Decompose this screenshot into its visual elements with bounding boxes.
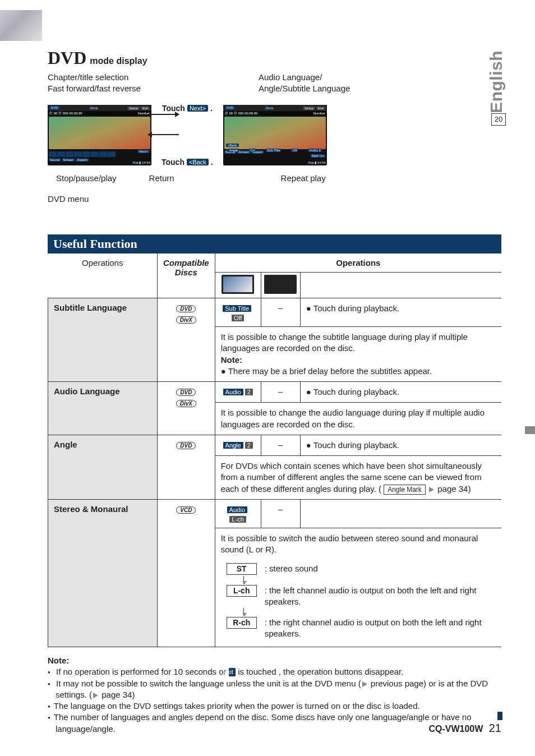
operations-table: Operations Compatible Discs Operations S… <box>48 253 501 647</box>
exit-pill[interactable]: Exit <box>229 668 236 676</box>
flow-st-desc: : stereo sound <box>265 563 318 574</box>
period-2: . <box>211 158 213 167</box>
section-useful-function: Useful Function <box>48 234 501 253</box>
note2c: page 34) <box>99 690 135 699</box>
row-stereo-name: Stereo & Monaural <box>48 499 158 647</box>
arrow-icon-2 <box>362 681 367 687</box>
stereo-remote: – <box>261 499 300 528</box>
th-operations-left: Operations <box>48 253 158 298</box>
title-mode: mode display <box>90 56 147 66</box>
stereo-body: It is possible to switch the audio betwe… <box>221 533 478 554</box>
chip-subtitle[interactable]: Sub Title <box>223 305 251 312</box>
callout-dvd-menu: DVD menu <box>48 194 501 204</box>
callout-stop: Stop/pause/play <box>56 173 117 183</box>
touchscreen-icon <box>222 275 254 294</box>
chip-subtitle-val: Off <box>232 315 244 321</box>
chip-stereo-val: L-ch <box>229 516 246 523</box>
chip-stereo[interactable]: Audio <box>227 506 247 513</box>
side-page-box: 20 <box>491 113 506 126</box>
audio-remote: – <box>261 382 300 403</box>
subtitle-bullet: Touch during playback. <box>313 303 399 313</box>
arrow-icon <box>429 487 434 492</box>
callout-return: Return <box>149 173 174 183</box>
touch-label-2: Touch <box>162 158 185 167</box>
chip-audio-val: 2 <box>245 389 253 395</box>
angle-remote: – <box>261 435 300 455</box>
next-button-pill[interactable]: Next> <box>187 105 208 112</box>
arrows-block: Touch Next> . Touch <Back . <box>162 104 213 167</box>
label-angle-subtitle: Angle/Subtitle Language <box>259 83 350 94</box>
notes-heading: Note: <box>48 655 501 666</box>
footer-accent <box>497 712 502 720</box>
row-audio-name: Audio Language <box>48 382 158 435</box>
subtitle-note-label: Note: <box>221 355 242 365</box>
dvd-screen-right: DVDJavaSetup Exit ⏱ 00 ⏱ 000 00:00:00 Nu… <box>223 105 327 165</box>
period-1: . <box>210 104 213 113</box>
flow-l-desc: : the left channel audio is output on bo… <box>265 585 490 607</box>
th-compatible-discs: Compatible Discs <box>158 253 215 298</box>
subtitle-body: It is possible to change the subtitle la… <box>221 332 468 353</box>
decor-photo <box>0 10 42 41</box>
label-chapter-title: Chapter/title selection <box>48 72 141 83</box>
dvd-screen-left: DVDJavaSetup Exit ⏱ 00 ⏱ 000 00:00:00 Nu… <box>48 105 151 165</box>
disc-dvd-2: DVD <box>176 389 196 396</box>
footer-model: CQ-VW100W <box>428 724 483 734</box>
flow-l: L-ch <box>227 585 257 597</box>
title-dvd: DVD <box>48 48 86 68</box>
label-audio-lang: Audio Language/ <box>259 72 350 83</box>
disc-dvd-3: DVD <box>176 442 196 449</box>
flow-r-desc: : the right channel audio is output on b… <box>265 617 490 639</box>
disc-dvd: DVD <box>176 305 196 312</box>
section-tab <box>525 426 535 434</box>
footer-page: 21 <box>489 722 501 734</box>
monitor-icon <box>264 275 297 294</box>
disc-divx: DivX <box>176 316 196 324</box>
back-button-pill[interactable]: <Back <box>187 159 209 165</box>
language-tab: English <box>487 50 506 113</box>
th-operations-right: Operations <box>215 253 501 273</box>
note3: The language on the DVD settings takes p… <box>48 700 501 712</box>
label-ff-fr: Fast forward/fast reverse <box>48 83 141 94</box>
note1a: If no operation is performed for 10 seco… <box>56 667 229 676</box>
note2a: It may not be possible to switch the lan… <box>56 679 361 688</box>
angle-bullet: Touch during playback. <box>313 440 399 450</box>
note1b: is touched , the operation buttons disap… <box>238 667 403 676</box>
chip-audio[interactable]: Audio <box>223 389 243 395</box>
arrow-icon-3 <box>93 693 98 698</box>
subtitle-remote: – <box>261 298 300 327</box>
row-subtitle-name: Subtitle Language <box>48 298 158 382</box>
touch-label-1: Touch <box>162 104 185 113</box>
flow-st: ST <box>227 563 257 575</box>
row-angle-name: Angle <box>48 435 158 499</box>
subtitle-note-body: There may be a brief delay before the su… <box>228 366 432 376</box>
chip-angle[interactable]: Angle <box>223 442 243 449</box>
angle-body2: page 34) <box>435 484 471 494</box>
callout-repeat: Repeat play <box>281 173 326 183</box>
disc-divx-2: DivX <box>176 400 196 407</box>
flow-r: R-ch <box>227 617 257 629</box>
chip-angle-val: 2 <box>245 442 253 449</box>
disc-vcd: VCD <box>176 506 196 514</box>
audio-body: It is possible to change the audio langu… <box>221 408 485 428</box>
angle-ref-box: Angle Mark <box>384 485 426 495</box>
audio-bullet: Touch during playback. <box>313 387 399 397</box>
